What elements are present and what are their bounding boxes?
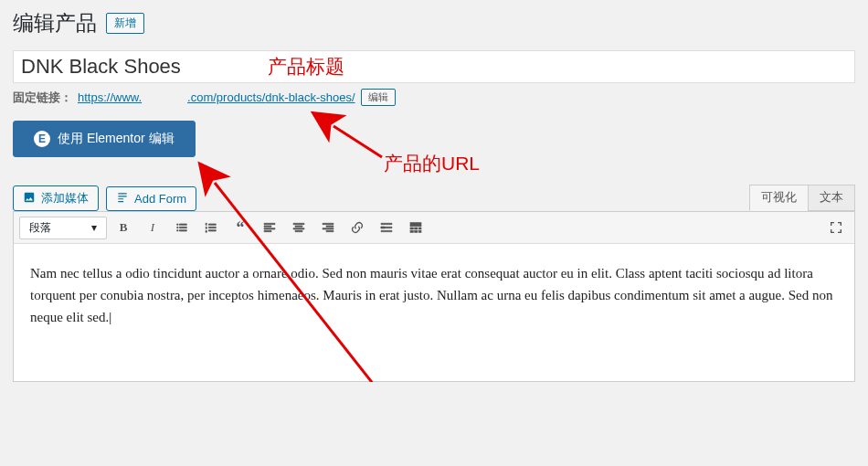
bold-button[interactable]: B [111, 216, 136, 239]
product-title-input[interactable] [21, 55, 259, 79]
elementor-icon: E [34, 131, 50, 147]
add-media-button[interactable]: 添加媒体 [13, 185, 99, 211]
page-title: 编辑产品 [13, 9, 97, 37]
svg-rect-2 [415, 228, 418, 229]
align-left-button[interactable] [257, 216, 282, 239]
permalink-link[interactable]: https://www..com/products/dnk-black-shoe… [78, 90, 355, 104]
tab-text[interactable]: 文本 [808, 185, 855, 211]
insert-more-button[interactable] [374, 216, 399, 239]
fullscreen-button[interactable] [823, 216, 849, 239]
edit-slug-button[interactable]: 编辑 [361, 89, 396, 106]
svg-rect-1 [410, 228, 413, 229]
tab-visual[interactable]: 可视化 [749, 185, 809, 211]
add-form-button[interactable]: Add Form [106, 186, 196, 211]
svg-rect-0 [410, 223, 421, 227]
align-center-button[interactable] [286, 216, 312, 239]
link-button[interactable] [344, 216, 370, 239]
annotation-title: 产品标题 [268, 56, 344, 77]
editor-body-text: Nam nec tellus a odio tincidunt auctor a… [30, 266, 833, 324]
align-right-button[interactable] [315, 216, 341, 239]
form-icon [116, 191, 129, 207]
format-select[interactable]: 段落 ▾ [19, 217, 107, 239]
blockquote-button[interactable]: “ [228, 216, 253, 239]
chevron-down-icon: ▾ [91, 221, 97, 234]
svg-rect-3 [418, 228, 421, 229]
numbered-list-button[interactable] [198, 216, 224, 239]
svg-rect-4 [410, 231, 413, 233]
elementor-label: 使用 Elementor 编辑 [58, 131, 175, 147]
add-media-label: 添加媒体 [41, 190, 89, 207]
editor-content[interactable]: Nam nec tellus a odio tincidunt auctor a… [14, 244, 854, 381]
media-icon [23, 191, 36, 207]
format-select-label: 段落 [29, 220, 51, 236]
add-form-label: Add Form [134, 192, 186, 206]
svg-rect-6 [418, 231, 421, 233]
product-title-field[interactable]: 产品标题 [13, 50, 855, 83]
editor-toolbar: 段落 ▾ B I “ [14, 212, 854, 244]
add-new-button[interactable]: 新增 [106, 13, 144, 34]
bulleted-list-button[interactable] [169, 216, 195, 239]
permalink-mid: .com/products/ [187, 90, 265, 104]
permalink-prefix: https://www. [78, 90, 142, 104]
permalink-label: 固定链接： [13, 90, 72, 106]
text-cursor [109, 310, 111, 324]
permalink-slug: dnk-black-shoes/ [265, 90, 355, 104]
editor-container: 段落 ▾ B I “ [13, 211, 855, 382]
toolbar-toggle-button[interactable] [403, 216, 429, 239]
italic-button[interactable]: I [140, 216, 165, 239]
svg-rect-5 [415, 231, 418, 233]
permalink-row: 固定链接： https://www..com/products/dnk-blac… [13, 89, 855, 106]
edit-with-elementor-button[interactable]: E 使用 Elementor 编辑 [13, 121, 196, 157]
